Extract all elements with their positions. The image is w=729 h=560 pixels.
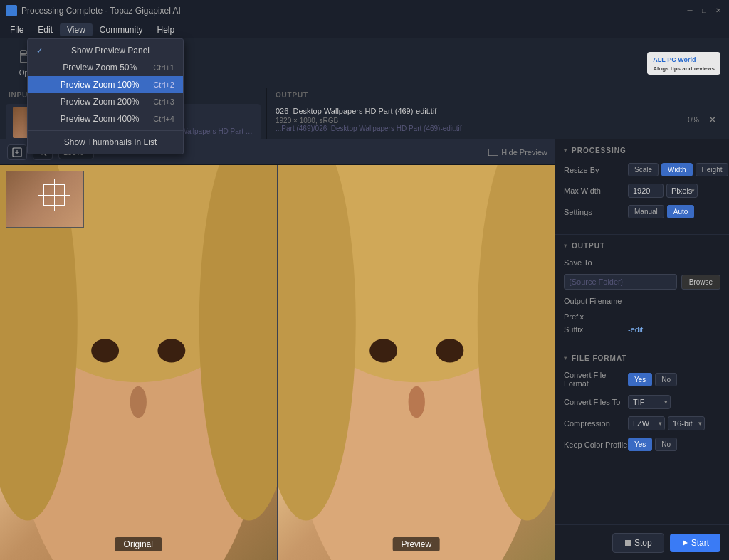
browse-button[interactable]: Browse (681, 275, 720, 290)
dropdown-item-label-400: Preview Zoom 400% (61, 114, 140, 124)
save-to-controls: {Source Folder} Browse (564, 274, 720, 290)
dropdown-item-label-100: Preview Zoom 100% (61, 80, 140, 90)
output-file-item: 026_Desktop Wallpapers HD Part (469)-edi… (270, 107, 726, 132)
convert-files-to-row: Convert Files To TIF JPG PNG (564, 395, 720, 409)
menu-community[interactable]: Community (93, 23, 150, 36)
window-controls[interactable]: ─ □ ✕ (685, 6, 723, 16)
svg-point-23 (369, 339, 397, 362)
output-file-info: 026_Desktop Wallpapers HD Part (469)-edi… (276, 107, 682, 132)
svg-rect-1 (21, 51, 26, 54)
thumbnail-crosshair (43, 184, 65, 206)
view-dropdown: ✓ Show Preview Panel Preview Zoom 50% Ct… (27, 38, 184, 154)
max-width-input[interactable] (628, 184, 664, 198)
output-chevron-icon: ▾ (564, 243, 567, 249)
keep-yes-button[interactable]: Yes (628, 438, 652, 451)
bit-select-wrapper: 16-bit 8-bit (668, 416, 705, 430)
fit-view-button[interactable] (7, 144, 27, 160)
resize-height-button[interactable]: Height (696, 163, 729, 176)
resize-by-row: Resize By Scale Width Height (564, 163, 720, 176)
main-area: 100% ▾ Hide Preview (0, 139, 729, 560)
settings-panel: ▾ PROCESSING Resize By Scale Width Heigh… (555, 139, 729, 560)
convert-to-select[interactable]: TIF JPG PNG (628, 395, 671, 409)
output-progress-pct: 0% (688, 115, 699, 124)
title-left: Processing Complete - Topaz Gigapixel AI (6, 5, 181, 16)
minimize-button[interactable]: ─ (685, 6, 695, 16)
dropdown-show-preview-panel[interactable]: ✓ Show Preview Panel (28, 42, 183, 59)
auto-button[interactable]: Auto (667, 205, 695, 218)
resize-by-label: Resize By (564, 166, 628, 174)
dropdown-zoom-400[interactable]: Preview Zoom 400% Ctrl+4 (28, 110, 183, 127)
dropdown-zoom-200[interactable]: Preview Zoom 200% Ctrl+3 (28, 93, 183, 110)
convert-files-to-label: Convert Files To (564, 398, 628, 406)
svg-rect-8 (488, 149, 498, 156)
svg-point-25 (408, 386, 424, 418)
bit-select[interactable]: 16-bit 8-bit (668, 416, 705, 430)
suffix-value: -edit (628, 325, 643, 334)
processing-section-title: PROCESSING (572, 147, 626, 154)
dropdown-zoom-50[interactable]: Preview Zoom 50% Ctrl+1 (28, 59, 183, 76)
menu-file[interactable]: File (3, 23, 31, 36)
file-format-section-header[interactable]: ▾ FILE FORMAT (555, 347, 729, 368)
convert-yes-button[interactable]: Yes (628, 373, 652, 386)
lzw-select[interactable]: LZW ZIP (628, 416, 665, 430)
resize-width-button[interactable]: Width (661, 163, 693, 176)
processing-chevron-icon: ▾ (564, 147, 567, 154)
menu-view[interactable]: View (60, 23, 93, 36)
convert-file-format-row: Convert File Format Yes No (564, 371, 720, 388)
original-label: Original (115, 537, 162, 551)
close-button[interactable]: ✕ (713, 6, 723, 16)
save-to-label: Save To (564, 258, 628, 267)
compression-controls: LZW ZIP 16-bit 8-bit (628, 416, 720, 430)
original-preview-side: Original (0, 165, 277, 560)
processing-section-header[interactable]: ▾ PROCESSING (555, 139, 729, 160)
stop-button[interactable]: Stop (612, 533, 664, 553)
file-format-chevron-icon: ▾ (564, 355, 567, 361)
convert-file-format-label: Convert File Format (564, 371, 628, 388)
resize-scale-button[interactable]: Scale (628, 163, 659, 176)
keep-no-button[interactable]: No (655, 438, 677, 451)
shortcut-200: Ctrl+3 (153, 97, 174, 106)
preview-label: Preview (392, 537, 440, 551)
hide-preview-button[interactable]: Hide Preview (488, 148, 547, 157)
file-format-section-content: Convert File Format Yes No Convert Files… (555, 368, 729, 467)
start-button[interactable]: Start (670, 534, 720, 552)
pixels-select[interactable]: Pixels % (666, 184, 698, 198)
shortcut-400: Ctrl+4 (153, 115, 174, 123)
dropdown-item-label-50: Preview Zoom 50% (63, 63, 137, 73)
title-bar: Processing Complete - Topaz Gigapixel AI… (0, 0, 729, 21)
max-width-controls: Pixels % (628, 184, 720, 198)
prefix-row: Prefix (564, 312, 720, 321)
suffix-label: Suffix (564, 325, 628, 334)
svg-rect-9 (488, 149, 498, 156)
logo-text: ALL PC World (653, 56, 696, 63)
output-file-path: ...Part (469)/026_Desktop Wallpapers HD … (276, 125, 682, 132)
convert-no-button[interactable]: No (655, 373, 677, 386)
dropdown-zoom-100[interactable]: Preview Zoom 100% Ctrl+2 (28, 76, 183, 93)
output-section-header[interactable]: ▾ OUTPUT (555, 235, 729, 255)
preview-panel: 100% ▾ Hide Preview (0, 139, 555, 560)
suffix-row: Suffix -edit (564, 325, 720, 334)
svg-point-15 (91, 339, 119, 362)
output-label: OUTPUT (267, 88, 729, 100)
enhanced-preview-side: Preview (278, 165, 555, 560)
restore-button[interactable]: □ (699, 6, 709, 16)
keep-color-profile-label: Keep Color Profile (564, 440, 628, 449)
preview-images: Original Preview (0, 165, 555, 560)
output-section-title: OUTPUT (572, 242, 605, 250)
window-title: Processing Complete - Topaz Gigapixel AI (21, 6, 181, 16)
svg-point-16 (157, 339, 185, 362)
menu-help[interactable]: Help (150, 23, 182, 36)
dropdown-show-thumbnails[interactable]: Show Thumbnails In List (28, 134, 183, 151)
file-format-section-title: FILE FORMAT (572, 354, 626, 362)
lzw-select-wrapper: LZW ZIP (628, 416, 665, 430)
remove-output-button[interactable]: ✕ (705, 112, 720, 127)
output-section-content: Save To {Source Folder} Browse Output Fi… (555, 255, 729, 347)
toolbar-right: ALL PC World Alogs tips and reviews (647, 52, 720, 75)
menu-bar: File Edit View Community Help ✓ Show Pre… (0, 21, 729, 38)
manual-button[interactable]: Manual (628, 205, 664, 218)
processing-section: ▾ PROCESSING Resize By Scale Width Heigh… (555, 139, 729, 235)
menu-edit[interactable]: Edit (31, 23, 60, 36)
action-bar: Stop Start (555, 524, 729, 560)
svg-point-17 (130, 386, 147, 418)
output-file-name: 026_Desktop Wallpapers HD Part (469)-edi… (276, 107, 682, 115)
